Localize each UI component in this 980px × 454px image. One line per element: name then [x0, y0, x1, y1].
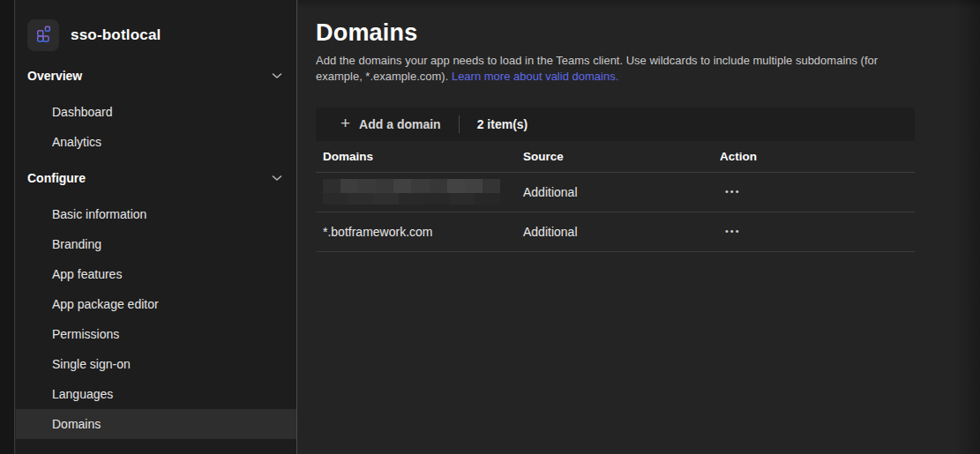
nav-item-label: Languages [52, 387, 113, 401]
sidebar-item-single-sign-on[interactable]: Single sign-on [16, 349, 296, 379]
nav-item-label: Single sign-on [52, 357, 131, 371]
domains-table: Domains Source Action Additional ••• *.b… [316, 141, 915, 252]
section-label: Configure [27, 171, 86, 185]
chevron-down-icon [272, 72, 282, 79]
sidebar-section-overview[interactable]: Overview [16, 61, 296, 91]
action-cell: ••• [720, 183, 915, 200]
section-label: Overview [27, 69, 82, 83]
nav-item-label: Analytics [52, 135, 101, 149]
app-icon-tile [27, 19, 59, 51]
toolbar-divider [459, 115, 460, 133]
table-row: Additional ••• [316, 173, 915, 212]
nav-item-label: Permissions [52, 327, 119, 341]
column-header-domains: Domains [323, 150, 523, 163]
nav-item-label: Domains [52, 417, 101, 431]
sidebar-section-configure[interactable]: Configure [16, 163, 296, 193]
domain-cell-redacted [323, 179, 523, 205]
domain-cell: *.botframework.com [323, 225, 523, 239]
learn-more-link[interactable]: Learn more about valid domains. [452, 70, 618, 83]
sidebar-item-app-features[interactable]: App features [16, 259, 296, 289]
redacted-domain [323, 179, 500, 205]
more-options-button[interactable]: ••• [720, 223, 746, 240]
table-row: *.botframework.com Additional ••• [316, 212, 915, 252]
add-domain-label: Add a domain [359, 117, 441, 131]
column-header-source: Source [523, 150, 720, 163]
domains-toolbar: + Add a domain 2 item(s) [316, 108, 915, 141]
left-rail [0, 0, 15, 454]
sidebar-item-languages[interactable]: Languages [16, 379, 296, 409]
sidebar-item-basic-information[interactable]: Basic information [16, 199, 296, 229]
nav-item-label: Branding [52, 237, 101, 251]
more-options-button[interactable]: ••• [720, 183, 746, 200]
sidebar-item-dashboard[interactable]: Dashboard [16, 97, 296, 127]
app-name: sso-botlocal [71, 26, 161, 44]
action-cell: ••• [720, 223, 915, 240]
sidebar-item-domains[interactable]: Domains [16, 409, 296, 439]
sidebar-item-analytics[interactable]: Analytics [16, 127, 296, 157]
column-header-action: Action [720, 150, 915, 163]
source-cell: Additional [523, 225, 720, 239]
chevron-down-icon [272, 175, 282, 182]
sidebar-item-branding[interactable]: Branding [16, 229, 296, 259]
add-domain-button[interactable]: + Add a domain [340, 115, 441, 132]
items-count: 2 item(s) [477, 117, 528, 131]
main-content: Domains Add the domains your app needs t… [298, 0, 980, 454]
app-blocks-icon [34, 24, 53, 47]
sidebar-item-permissions[interactable]: Permissions [16, 319, 296, 349]
app-sidebar: sso-botlocal Overview Dashboard Analytic… [16, 0, 297, 454]
page-description: Add the domains your app needs to load i… [316, 53, 915, 85]
app-header: sso-botlocal [16, 0, 296, 51]
nav-item-label: App features [52, 267, 122, 281]
plus-icon: + [340, 115, 350, 131]
nav-item-label: App package editor [52, 297, 159, 311]
source-cell: Additional [523, 185, 720, 199]
nav-item-label: Dashboard [52, 105, 113, 119]
page-title: Domains [316, 19, 980, 47]
nav-item-label: Basic information [52, 207, 146, 221]
sidebar-item-app-package-editor[interactable]: App package editor [16, 289, 296, 319]
table-header-row: Domains Source Action [316, 141, 915, 173]
